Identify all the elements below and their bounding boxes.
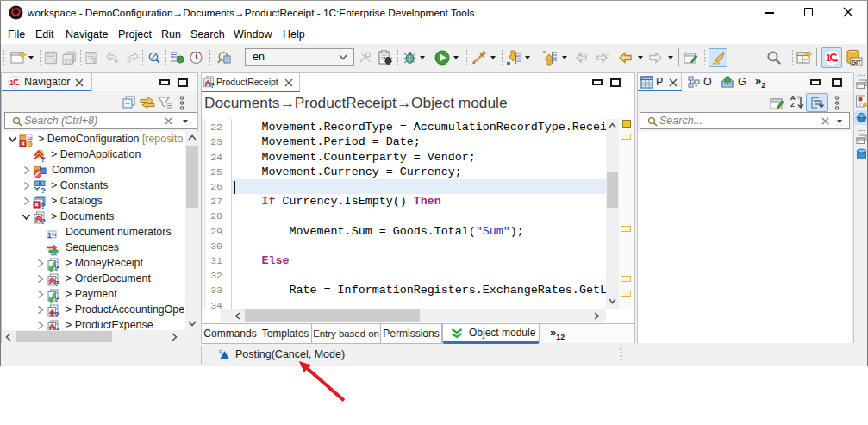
svg-text:1²³: 1²³ <box>47 231 57 240</box>
svg-text:1c: 1c <box>27 135 33 141</box>
svg-text:GIT: GIT <box>852 59 861 66</box>
svg-text:P: P <box>219 349 222 354</box>
svg-text:?: ? <box>210 81 215 89</box>
svg-text:1: 1 <box>9 78 14 87</box>
